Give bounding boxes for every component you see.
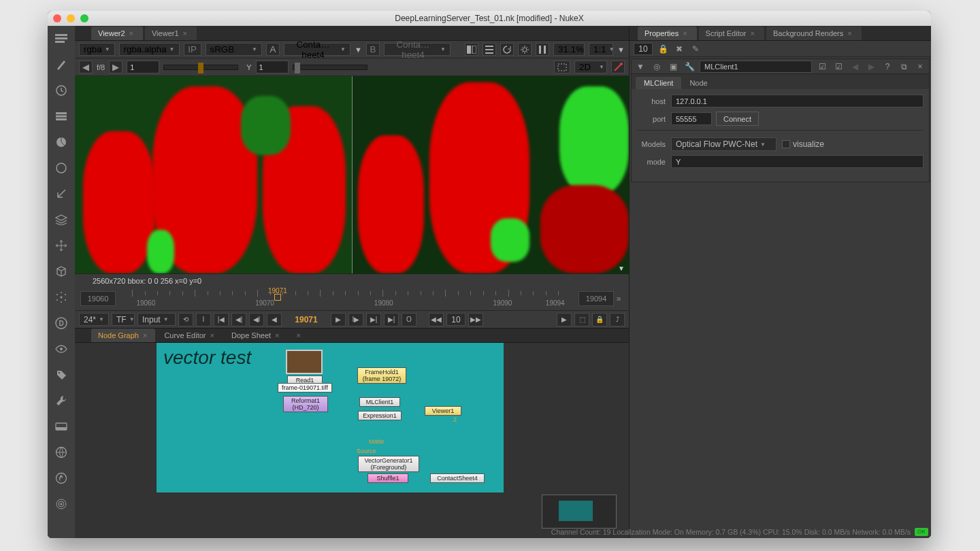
node-vectorgen[interactable]: VectorGenerator1(Foreground) [358,456,419,472]
pen-icon[interactable] [54,57,69,72]
next-icon[interactable]: ▶ [109,61,122,73]
connect-button[interactable]: Connect [716,112,759,126]
last-frame-button[interactable]: ▶| [384,313,399,327]
prev-icon[interactable]: ◀ [79,61,93,73]
node-expression[interactable]: Expression1 [358,411,402,420]
move-icon[interactable] [54,238,69,253]
loop-icon[interactable]: ⟲ [178,313,193,327]
viewer-viewport[interactable]: ▼ [75,76,629,273]
zoom-select[interactable]: 31.1% [553,43,585,56]
pause-icon[interactable] [536,43,549,56]
node-name-field[interactable]: MLClient1 [700,61,812,73]
ip-toggle[interactable]: IP [184,43,201,56]
drive-icon[interactable] [54,419,69,434]
properties-count[interactable]: 10 [634,43,653,55]
skip-fwd-button[interactable]: ▶▶ [468,313,483,327]
cube-icon[interactable] [54,264,69,279]
flame-icon[interactable] [54,471,69,486]
circle-icon[interactable] [54,161,69,176]
prev-key-button[interactable]: ◀| [231,313,246,327]
float-icon[interactable]: ⧉ [898,61,910,73]
src-select[interactable]: Input▼ [137,313,176,326]
timeline[interactable]: 19060 19071 19060 19070 19080 19090 1909… [75,287,629,310]
chk2-icon[interactable]: ☑ [832,61,845,73]
lines-icon[interactable] [483,43,496,56]
play-button[interactable]: ▶ [331,313,346,327]
eye-icon[interactable] [54,341,69,356]
gamma-field[interactable] [256,61,289,73]
a-input-select[interactable]: Conta…heet4▼ [284,43,350,56]
help-icon[interactable]: ? [881,61,894,73]
node-framehold[interactable]: FrameHold1(frame 19072) [357,367,406,384]
view-mode-select[interactable]: 2D▼ [574,61,607,73]
node-thumbnail[interactable] [286,350,323,374]
panel-tab-node[interactable]: Node [681,77,715,89]
timeline-in[interactable]: 19060 [80,291,116,306]
step-back-button[interactable]: ◀I [249,313,264,327]
globe-icon[interactable] [54,445,69,460]
first-frame-button[interactable]: |◀ [214,313,229,327]
proxy-select[interactable]: 1:1▼ [589,43,613,56]
close-panel-icon[interactable]: × [914,61,926,73]
sparkle-icon[interactable] [54,290,69,305]
node-mlclient[interactable]: MLClient1 [359,397,400,407]
skip-amount[interactable]: 10 [446,313,466,326]
port-input[interactable] [671,112,712,125]
bars-icon[interactable] [54,109,69,124]
layers-icon[interactable] [54,212,69,227]
center-icon[interactable]: ◎ [651,61,663,73]
tab-curve-editor[interactable]: Curve Editor× [157,329,223,342]
node-graph-overview[interactable] [542,495,617,529]
menu-icon[interactable] [54,31,69,46]
node-reformat[interactable]: Reformat1(HD_720) [283,396,328,412]
lock-icon[interactable]: 🔒 [592,313,607,327]
gamma-slider[interactable] [293,65,368,70]
clear-all-icon[interactable]: ✖ [673,43,685,55]
refresh-icon[interactable] [500,43,514,56]
lut-select[interactable]: sRGB▼ [206,43,262,56]
next-key-button[interactable]: ▶| [366,313,381,327]
out-point-button[interactable]: O [402,313,416,327]
wand-icon[interactable] [611,61,625,73]
gain-slider[interactable] [163,65,238,70]
play-back-button[interactable]: ◀ [267,313,282,327]
camera-icon[interactable]: ▣ [667,61,679,73]
flipbook-button[interactable]: ▶ [557,313,572,327]
tab-blank[interactable]: × [290,329,309,342]
close-icon[interactable]: × [183,29,187,37]
timeline-out[interactable]: 19094 [578,291,614,306]
gain-field[interactable] [127,61,159,73]
nav-prev-icon[interactable]: ◀ [849,61,861,73]
node-graph[interactable]: vector test Read1 frame-019071.tiff Fram… [75,343,629,538]
current-frame[interactable]: 19071 [284,315,328,324]
nav-next-icon[interactable]: ▶ [865,61,877,73]
skip-back-button[interactable]: ◀◀ [429,313,444,327]
panel-tab-mlclient[interactable]: MLClient [636,77,681,89]
brush-icon[interactable]: ✎ [689,43,702,55]
b-input-label[interactable]: B [366,43,380,56]
tab-script-editor[interactable]: Script Editor× [699,27,764,40]
b-input-select[interactable]: Conta…heet4▼ [384,43,451,56]
arrow-down-left-icon[interactable] [54,186,69,201]
visualize-checkbox[interactable] [782,140,790,148]
tab-background-renders[interactable]: Background Renders× [766,27,862,40]
mode-input[interactable] [671,155,924,168]
wipe-icon[interactable] [465,43,478,56]
export-icon[interactable]: ⤴ [610,313,625,327]
fps-select[interactable]: 24*▼ [79,313,109,326]
viewer-tab-viewer2[interactable]: Viewer2× [91,27,143,40]
gear-icon[interactable] [518,43,532,56]
tab-properties[interactable]: Properties× [638,27,697,40]
wrench-icon[interactable]: 🔧 [683,61,696,73]
channel-alpha-select[interactable]: rgba.alpha▼ [119,43,180,56]
collapse-icon[interactable]: ▼ [634,61,647,73]
viewer-tab-viewer1[interactable]: Viewer1× [145,27,197,40]
d-icon[interactable]: D [54,316,69,331]
in-point-button[interactable]: I [196,313,211,327]
chk1-icon[interactable]: ☑ [816,61,828,73]
clock-icon[interactable] [54,83,69,98]
pie-icon[interactable] [54,135,69,150]
node-contactsheet[interactable]: ContactSheet4 [430,473,485,483]
render-button[interactable]: ⬚ [574,313,589,327]
node-viewer1[interactable]: Viewer1 [425,406,461,416]
